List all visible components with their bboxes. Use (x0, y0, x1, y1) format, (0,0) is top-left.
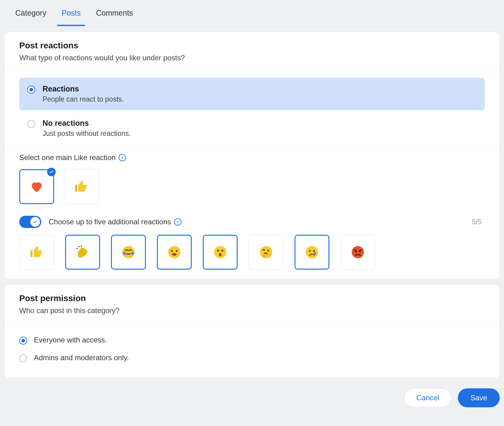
tab-posts[interactable]: Posts (61, 9, 81, 26)
addl-thumbs-up[interactable] (19, 235, 54, 270)
additional-reactions-label: Choose up to five additional reactions (49, 218, 171, 226)
permission-option-admins-radio[interactable] (19, 354, 27, 362)
addl-thinking[interactable] (249, 235, 284, 270)
thinking-icon (259, 245, 273, 260)
save-button[interactable]: Save (458, 388, 500, 407)
reactions-option-enable-title: Reactions (43, 84, 124, 93)
grin-icon (167, 245, 182, 260)
tab-comments[interactable]: Comments (96, 9, 133, 26)
clap-icon (75, 245, 90, 260)
check-icon (30, 217, 40, 227)
post-reactions-subtitle: What type of reactions would you like un… (19, 54, 485, 62)
tab-category[interactable]: Category (15, 9, 46, 26)
info-icon[interactable]: i (174, 218, 181, 226)
thumbs-up-icon (29, 245, 44, 260)
addl-angry[interactable] (340, 235, 375, 270)
additional-reactions-toggle[interactable] (19, 216, 41, 228)
angry-icon (350, 245, 365, 260)
reactions-option-enable-radio[interactable] (27, 86, 35, 94)
reactions-option-enable-sub: People can react to posts. (43, 95, 124, 103)
main-like-thumbs-up[interactable] (64, 169, 99, 204)
cancel-button[interactable]: Cancel (404, 388, 452, 407)
permission-option-admins-label: Admins and moderators only. (34, 353, 129, 362)
addl-clap[interactable] (65, 235, 100, 270)
main-like-label: Select one main Like reaction (19, 153, 116, 162)
tabs: Category Posts Comments (0, 0, 504, 26)
tear-icon (305, 245, 319, 260)
joy-icon (121, 245, 136, 260)
post-permission-card: Post permission Who can post in this cat… (4, 285, 500, 378)
reactions-option-disable-sub: Just posts without reactions. (43, 129, 131, 138)
reactions-option-disable-radio[interactable] (27, 120, 35, 128)
footer: Cancel Save (0, 383, 504, 415)
addl-tear[interactable] (295, 235, 329, 270)
check-icon (47, 168, 56, 176)
permission-option-everyone-radio[interactable] (19, 337, 27, 345)
thumbs-up-icon (74, 179, 89, 194)
reactions-option-disable[interactable]: No reactions Just posts without reaction… (19, 112, 485, 144)
post-permission-subtitle: Who can post in this category? (19, 306, 485, 315)
permission-option-everyone-label: Everyone with access. (34, 336, 107, 344)
post-reactions-card: Post reactions What type of reactions wo… (4, 32, 500, 279)
reactions-option-disable-title: No reactions (43, 119, 131, 128)
addl-wow[interactable] (203, 235, 238, 270)
main-like-choices (19, 169, 485, 204)
wow-icon (213, 245, 228, 260)
additional-reactions-counter: 5/5 (472, 218, 482, 226)
addl-grin[interactable] (157, 235, 192, 270)
addl-joy[interactable] (111, 235, 146, 270)
main-like-heart[interactable] (19, 169, 54, 204)
info-icon[interactable]: i (119, 154, 126, 161)
post-reactions-title: Post reactions (19, 41, 485, 50)
heart-icon (29, 179, 44, 194)
post-permission-title: Post permission (19, 293, 485, 303)
permission-option-everyone[interactable]: Everyone with access. (19, 331, 485, 349)
permission-option-admins[interactable]: Admins and moderators only. (19, 349, 485, 367)
additional-reactions-choices (19, 235, 485, 270)
reactions-option-enable[interactable]: Reactions People can react to posts. (19, 78, 485, 110)
